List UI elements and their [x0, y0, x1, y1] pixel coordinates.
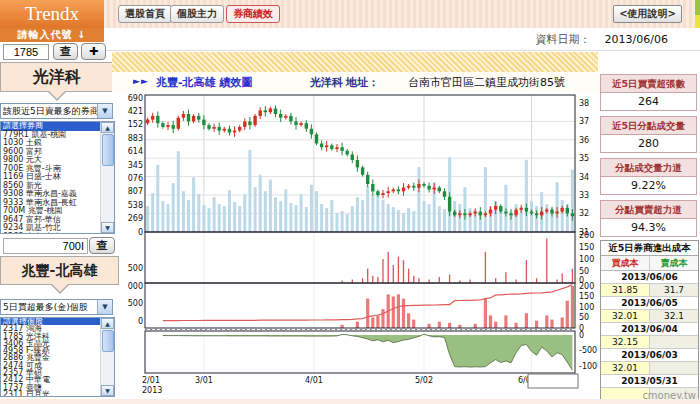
- stat-label: 近5日買賣超張數: [601, 75, 696, 93]
- svg-text:2152: 2152: [128, 120, 143, 129]
- nav-stock-majors-button[interactable]: 個股主力: [170, 5, 224, 23]
- stock-list-scrollbar[interactable]: ▲ ▼: [100, 318, 114, 396]
- broker-list-scrollbar[interactable]: ▲ ▼: [100, 122, 114, 233]
- stock-rank-dropdown[interactable]: 5日買超最多(金)個股 ▼: [0, 299, 113, 315]
- svg-text:538: 538: [128, 201, 143, 210]
- sell-cost-cell: 31.7: [650, 284, 698, 296]
- help-button[interactable]: <使用說明>: [613, 5, 682, 23]
- date-value: 2013/06/06: [605, 33, 668, 46]
- data-date-row: 資料日期：2013/06/06: [104, 28, 700, 51]
- svg-text:200: 200: [579, 282, 594, 291]
- sell-cost-cell: [650, 362, 698, 374]
- cost-date-row: 2013/05/31: [601, 375, 698, 388]
- nav-stock-picker-home-button[interactable]: 選股首頁: [118, 5, 172, 23]
- svg-text:5/02: 5/02: [415, 376, 433, 385]
- chart-title: 兆豐-北高雄 績效圖: [156, 75, 252, 90]
- stat-box: 近5日分點成交量280: [600, 116, 697, 153]
- chevron-down-icon[interactable]: ▼: [97, 300, 112, 314]
- scrollbar-thumb[interactable]: [102, 330, 114, 352]
- stat-value: 280: [601, 135, 696, 152]
- address-label: 地址：: [346, 75, 379, 90]
- code-prompt-label: 請輸入代號 ↓: [0, 28, 104, 42]
- svg-text:2013: 2013: [142, 386, 162, 395]
- broker-search-button[interactable]: 查: [89, 237, 115, 254]
- scroll-down-icon[interactable]: ▼: [101, 385, 114, 396]
- address-value: 台南市官田區二鎮里成功街85號: [408, 75, 565, 90]
- broker-name-bubble: 兆豐-北高雄: [0, 256, 119, 285]
- svg-text:3/01: 3/01: [195, 376, 213, 385]
- corner-decoration: [695, 0, 700, 28]
- svg-text:1883: 1883: [128, 134, 143, 143]
- buy-cost-column-header: 買成本: [601, 256, 650, 270]
- cost-value-row: 32.01: [601, 362, 698, 375]
- svg-text:33: 33: [579, 191, 589, 200]
- stock-search-button[interactable]: 查: [53, 43, 78, 60]
- stock-code-input[interactable]: [3, 44, 49, 60]
- scroll-up-icon[interactable]: ▲: [101, 318, 114, 329]
- svg-text:807: 807: [128, 187, 143, 196]
- stock-name-bubble: 光洋科: [0, 62, 114, 92]
- footer-strip: [0, 399, 700, 404]
- cost-date-row: 2013/06/04: [601, 323, 698, 336]
- svg-text:0: 0: [138, 317, 143, 326]
- svg-text:150: 150: [579, 243, 594, 252]
- buy-cost-cell: 31.85: [601, 284, 650, 296]
- add-stock-button[interactable]: ✚: [81, 43, 106, 60]
- sell-cost-column-header: 賣成本: [650, 256, 698, 270]
- svg-text:36: 36: [579, 136, 589, 145]
- svg-text:1614: 1614: [128, 147, 143, 156]
- buy-cost-cell: 32.01: [601, 362, 650, 374]
- list-item[interactable]: 9268 大慶-台南: [1, 233, 101, 234]
- svg-text:100: 100: [579, 255, 594, 264]
- svg-text:38: 38: [579, 99, 589, 108]
- performance-chart: 2690242121521883161413451076807538269038…: [128, 92, 598, 402]
- svg-text:4/01: 4/01: [305, 376, 323, 385]
- svg-text:0: 0: [579, 331, 584, 340]
- svg-text:2421: 2421: [128, 107, 143, 116]
- double-arrow-icon: ►►: [133, 76, 149, 86]
- stat-label: 近5日分點成交量: [601, 117, 696, 135]
- svg-text:500: 500: [128, 299, 143, 308]
- nav-broker-performance-button[interactable]: 券商績效: [226, 5, 280, 23]
- buy-cost-cell: 32.01: [601, 310, 650, 322]
- cost-table-title: 近5日券商進出成本: [601, 241, 698, 256]
- svg-text:1500: 1500: [128, 264, 143, 273]
- sell-cost-cell: [650, 336, 698, 348]
- svg-text:1076: 1076: [128, 174, 143, 183]
- broker-listbox: 請選擇券商779R1 凱基-桃園1030 土銀9600 富邦9800 元大700…: [0, 121, 115, 234]
- stat-box: 分點成交量力道9.22%: [600, 158, 697, 195]
- svg-text:32: 32: [579, 209, 589, 218]
- stat-value: 94.3%: [601, 219, 696, 236]
- stock-rank-dropdown-label: 5日買超最多(金)個股: [3, 302, 88, 312]
- chevron-down-icon[interactable]: ▼: [97, 104, 112, 118]
- scrollbar-thumb[interactable]: [102, 134, 114, 166]
- broker-dropdown[interactable]: 該股近5日賣最多的券商 ▼: [0, 103, 113, 119]
- stat-value: 9.22%: [601, 177, 696, 194]
- svg-text:50: 50: [579, 313, 589, 322]
- date-label: 資料日期：: [536, 33, 591, 46]
- stock-listbox: 請選擇個股2317 鴻海1785 光洋科3406 玉晶光4958 F-臻鼎288…: [0, 317, 115, 397]
- cost-value-row: 32.15: [601, 336, 698, 349]
- svg-text:37: 37: [579, 117, 589, 126]
- nav-bar: 選股首頁 個股主力 券商績效 <使用說明>: [104, 0, 700, 29]
- scroll-up-icon[interactable]: ▲: [101, 122, 114, 133]
- broker-dropdown-label: 該股近5日賣最多的券商: [3, 106, 99, 116]
- broker-cost-table: 近5日券商進出成本 買成本 賣成本 2013/06/0631.8531.7201…: [600, 240, 699, 402]
- list-item[interactable]: 2311 日月光: [1, 391, 101, 396]
- svg-text:50: 50: [579, 267, 589, 276]
- chart-title-row: ►► 兆豐-北高雄 績效圖 光洋科 地址： 台南市官田區二鎮里成功街85號: [112, 72, 598, 92]
- scroll-down-icon[interactable]: ▼: [101, 222, 114, 233]
- svg-text:100: 100: [579, 303, 594, 312]
- svg-text:0: 0: [138, 228, 143, 237]
- svg-text:2/01: 2/01: [142, 376, 160, 385]
- cost-value-row: 31.8531.7: [601, 284, 698, 297]
- svg-text:-500: -500: [579, 346, 597, 355]
- svg-text:-1000: -1000: [579, 362, 598, 371]
- cost-table-header: 買成本 賣成本: [601, 256, 698, 271]
- svg-text:35: 35: [579, 154, 589, 163]
- trendx-app: Trendx 選股首頁 個股主力 券商績效 <使用說明> 請輸入代號 ↓ 資料日…: [0, 0, 700, 404]
- chart-stock-name: 光洋科: [310, 75, 343, 90]
- cost-value-row: 32.0132.1: [601, 310, 698, 323]
- buy-cost-cell: 32.15: [601, 336, 650, 348]
- broker-code-input[interactable]: [3, 238, 88, 254]
